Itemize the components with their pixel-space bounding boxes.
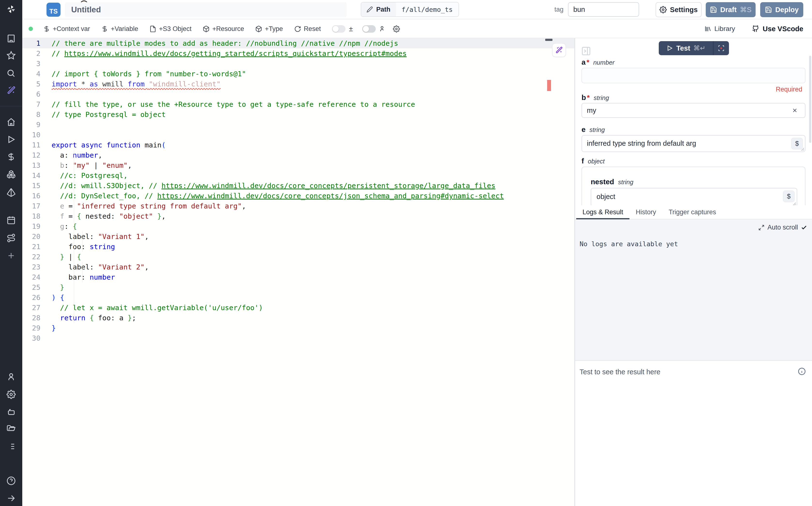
- line-number: 3: [22, 59, 40, 69]
- deploy-button[interactable]: Deploy: [760, 2, 803, 17]
- sidebar-item-user[interactable]: [6, 372, 16, 382]
- dollar-label: $: [795, 140, 799, 148]
- add-type-button[interactable]: +Type: [255, 25, 283, 33]
- diff-toggle[interactable]: [332, 25, 346, 33]
- tool-label: +Variable: [111, 25, 138, 33]
- code-line: 18 f = { nested: "object" },: [22, 211, 574, 221]
- sidebar-item-resources[interactable]: [6, 169, 16, 179]
- play-icon: [7, 135, 16, 144]
- sidebar-item-schedules[interactable]: [6, 216, 16, 225]
- field-b-input[interactable]: my: [581, 103, 805, 118]
- add-resource-button[interactable]: +Resource: [203, 25, 244, 33]
- sidebar-item-audit-logs[interactable]: [6, 442, 16, 451]
- reset-button[interactable]: Reset: [294, 25, 321, 33]
- clear-field-button[interactable]: [790, 103, 800, 117]
- code-line: 7// fill the type, or use the +Resource …: [22, 99, 574, 109]
- code-token: export: [52, 141, 77, 149]
- ai-assistant-button[interactable]: [552, 43, 566, 57]
- sidebar-item-ai[interactable]: [6, 85, 16, 95]
- capture-mode-button[interactable]: [713, 41, 729, 55]
- code-line: 14 //c: Postgresql,: [22, 170, 574, 181]
- add-s3-object-button[interactable]: +S3 Object: [149, 25, 191, 33]
- code-token: from: [127, 80, 145, 88]
- code-token: //d: DynSelect_foo, //: [52, 192, 157, 200]
- code-line: 11export async function main(: [22, 140, 574, 150]
- tab-logs-result[interactable]: Logs & Result: [576, 205, 629, 219]
- settings-button[interactable]: Settings: [656, 2, 702, 17]
- field-a-input[interactable]: [581, 68, 805, 83]
- tab-trigger-captures[interactable]: Trigger captures: [662, 205, 722, 219]
- sidebar-item-triggers[interactable]: [6, 188, 16, 197]
- editor-toolbar: +Context var +Variable +S3 Object +Resou…: [22, 20, 812, 38]
- code-editor[interactable]: 1// there are multiple modes to add as h…: [22, 38, 575, 506]
- path-button[interactable]: Path f/all/demo_ts: [361, 2, 459, 17]
- code-token: number: [90, 273, 115, 281]
- sidebar-item-add[interactable]: [6, 251, 16, 260]
- resize-handle-icon[interactable]: [800, 147, 804, 151]
- indent-guide: [82, 232, 83, 252]
- auto-scroll-control[interactable]: Auto scroll: [758, 224, 807, 231]
- insert-variable-button[interactable]: $: [783, 190, 795, 202]
- dollar-icon: [7, 152, 16, 162]
- auto-scroll-label: Auto scroll: [768, 224, 798, 231]
- sidebar-item-variables[interactable]: [6, 152, 16, 162]
- field-b-label: b* string: [581, 93, 609, 102]
- library-button[interactable]: Library: [704, 25, 735, 33]
- code-token: [77, 141, 81, 149]
- test-button[interactable]: Test ⌘↵: [659, 41, 729, 55]
- sidebar-item-workspace[interactable]: [6, 34, 16, 43]
- gear-icon: [659, 6, 667, 13]
- script-title-input[interactable]: Untitled: [65, 2, 347, 17]
- code-line: 25 }: [22, 282, 574, 292]
- resize-handle-icon[interactable]: [792, 202, 796, 205]
- path-value: f/all/demo_ts: [396, 2, 459, 16]
- minimap-slider[interactable]: [545, 39, 552, 41]
- draft-button[interactable]: Draft ⌘S: [706, 2, 755, 17]
- form-scrollbar[interactable]: [809, 56, 811, 143]
- sidebar-item-help[interactable]: [6, 476, 16, 486]
- magic-wand-icon: [7, 86, 16, 95]
- assistant-toggle[interactable]: [362, 25, 376, 33]
- code-token: // let x = await wmill.getVariable('u/us…: [52, 304, 263, 312]
- windmill-logo[interactable]: [6, 4, 16, 14]
- sidebar-item-search[interactable]: [6, 69, 16, 78]
- line-number: 10: [22, 130, 40, 140]
- code-token: ,: [242, 202, 246, 210]
- code-token: //: [52, 50, 64, 58]
- line-number: 5: [22, 79, 40, 89]
- code-token: {: [77, 212, 81, 220]
- sidebar-item-settings[interactable]: [6, 390, 16, 399]
- line-text: label: "Variant 2",: [52, 262, 149, 272]
- sidebar-item-runs[interactable]: [6, 135, 16, 144]
- plus-icon: [7, 251, 16, 260]
- code-token: }: [127, 314, 132, 322]
- code-token: import: [52, 80, 77, 88]
- plus-minus-icon: ±: [349, 25, 353, 33]
- tab-history[interactable]: History: [629, 205, 662, 219]
- code-token: {: [73, 222, 77, 231]
- collapse-panel-button[interactable]: [580, 46, 591, 56]
- user-mode-button[interactable]: [379, 25, 386, 32]
- sidebar-item-home[interactable]: [6, 117, 16, 127]
- tag-label: tag: [554, 6, 564, 13]
- typescript-logo-text: TS: [50, 8, 58, 15]
- sidebar-item-workers[interactable]: [6, 407, 16, 417]
- sidebar-item-folders[interactable]: [6, 424, 16, 434]
- sidebar-item-expand[interactable]: [6, 493, 16, 503]
- sidebar-item-flows[interactable]: [6, 233, 16, 243]
- add-context-var-button[interactable]: +Context var: [43, 25, 90, 33]
- code-line: 21 foo: string: [22, 242, 574, 252]
- code-token: ;: [132, 314, 136, 322]
- editor-settings-button[interactable]: [393, 25, 400, 32]
- sidebar-item-favorites[interactable]: [6, 51, 16, 60]
- use-vscode-button[interactable]: Use VScode: [752, 25, 803, 33]
- line-text: label: "Variant 1",: [52, 232, 149, 242]
- add-variable-button[interactable]: +Variable: [101, 25, 138, 33]
- field-e-textarea[interactable]: inferred type string from default arg $: [581, 135, 805, 152]
- code-token: "windmill-client": [149, 80, 221, 88]
- tag-input[interactable]: bun: [568, 2, 639, 17]
- nested-field-textarea[interactable]: object $: [591, 188, 797, 205]
- line-number: 12: [22, 150, 40, 160]
- dollar-icon: [43, 25, 50, 32]
- info-icon[interactable]: [798, 367, 806, 376]
